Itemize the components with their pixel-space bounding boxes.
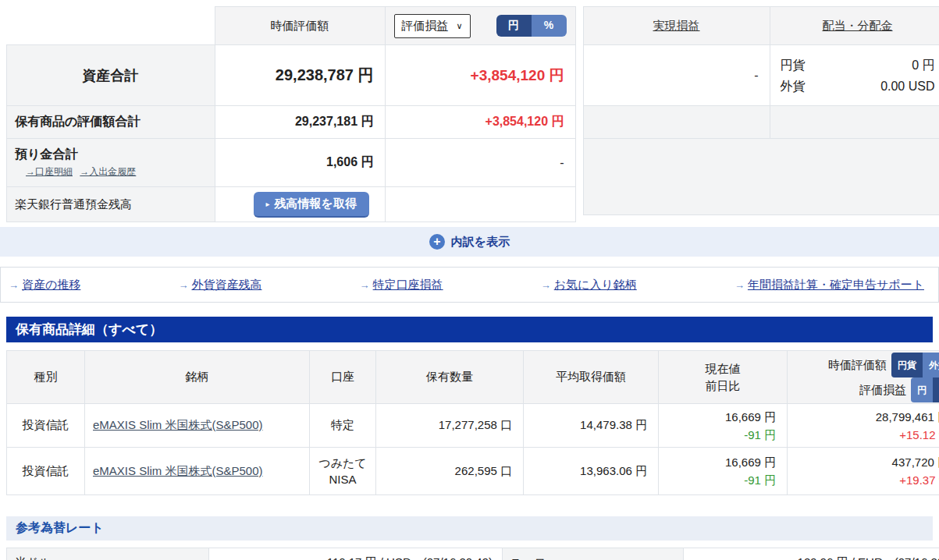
- row-market-value-cell: 437,720 円 +19.37 %: [788, 448, 939, 495]
- fx-rate-table: 米ドル 110.17 円 / USD (07/16 20:49) ユーロ 129…: [6, 548, 939, 560]
- market-value-header: 時価評価額: [215, 7, 385, 45]
- usd-rate-value: 110.17 円 / USD (07/16 20:49): [209, 548, 503, 560]
- bank-empty-cell: [385, 187, 575, 222]
- holdings-total-value: 29,237,181 円: [215, 106, 385, 139]
- dividend-fx-value: 0.00 USD: [880, 76, 934, 97]
- current-price-label: 現在値: [660, 360, 786, 377]
- nav-link-label: 資産の推移: [22, 278, 80, 292]
- fund-link[interactable]: eMAXIS Slim 米国株式(S&P500): [93, 418, 263, 431]
- col-header-quantity: 保有数量: [376, 351, 524, 404]
- get-balance-button[interactable]: ▸ 残高情報を取得: [254, 192, 369, 218]
- arrow-right-icon: →: [360, 279, 370, 291]
- nav-link-label: 特定口座損益: [373, 278, 443, 292]
- chevron-down-icon: ∨: [457, 21, 463, 31]
- row-avg-price: 14,479.38 円: [524, 404, 659, 448]
- eur-rate-value: 129.96 円 / EUR (07/16 20:50): [684, 548, 939, 560]
- bank-button-cell: ▸ 残高情報を取得: [215, 187, 385, 222]
- total-assets-label: 資産合計: [7, 45, 215, 106]
- usd-label: 米ドル: [7, 548, 209, 560]
- fund-link[interactable]: eMAXIS Slim 米国株式(S&P500): [93, 464, 263, 477]
- row-type: 投資信託: [7, 404, 85, 448]
- row-pl: +19.37 %: [788, 471, 939, 489]
- empty-gray-cell: [583, 106, 770, 139]
- fx-section-title: 参考為替レート: [6, 516, 933, 541]
- deposit-history-link[interactable]: →入出金履歴: [80, 166, 136, 177]
- summary-section: 時価評価額 評価損益 ∨ 円 % 資産合計 29,238,787 円 +3,85…: [0, 0, 939, 222]
- row-quantity: 262,595 口: [376, 448, 524, 495]
- realized-pl-link[interactable]: 実現損益: [653, 19, 700, 32]
- deposit-total-label: 預り金合計: [15, 147, 214, 163]
- col-header-avg-price: 平均取得価額: [524, 351, 659, 404]
- toggle-percent-button[interactable]: %: [532, 15, 567, 37]
- nav-link-specific-account-pl[interactable]: → 特定口座損益: [360, 278, 443, 292]
- deposit-total-value: 1,606 円: [215, 139, 385, 187]
- row-current-price: 16,669 円: [660, 453, 776, 471]
- arrow-right-icon: →: [734, 279, 745, 291]
- nav-link-label: お気に入り銘柄: [554, 278, 637, 292]
- row-pl: +15.12 %: [788, 426, 939, 444]
- col-header-market-value-pl: 時価評価額 円貨 外貨 評価損益 円 %: [788, 351, 939, 404]
- day-change-label: 前日比: [660, 377, 786, 395]
- deposit-total-pl: -: [385, 139, 575, 187]
- nav-link-favorites[interactable]: → お気に入り銘柄: [541, 278, 637, 292]
- total-assets-value: 29,238,787 円: [215, 45, 385, 106]
- account-detail-link[interactable]: →口座明細: [26, 166, 73, 177]
- col-header-account: 口座: [310, 351, 376, 404]
- dividend-link[interactable]: 配当・分配金: [823, 19, 893, 32]
- asset-summary-table: 時価評価額 評価損益 ∨ 円 % 資産合計 29,238,787 円 +3,85…: [6, 6, 576, 222]
- holdings-total-pl: +3,854,120 円: [385, 106, 575, 139]
- toggle-fx-button[interactable]: 外貨: [923, 353, 939, 377]
- row-account: つみたて NISA: [310, 448, 376, 495]
- empty-corner-cell: [7, 7, 215, 45]
- dividend-values-cell: 円貨 0 円 外貨 0.00 USD: [770, 45, 939, 106]
- row-current-price-cell: 16,669 円 -91 円: [659, 404, 788, 448]
- get-balance-button-label: 残高情報を取得: [275, 197, 357, 211]
- arrow-right-icon: →: [178, 279, 188, 291]
- realized-pl-value: -: [583, 45, 770, 106]
- nav-link-label: 外貨資産残高: [191, 278, 261, 292]
- row-quantity: 17,277,258 口: [376, 404, 524, 448]
- holdings-table: 種別 銘柄 口座 保有数量 平均取得価額 現在値 前日比 時価評価額 円貨 外貨…: [6, 350, 939, 495]
- nav-link-asset-history[interactable]: → 資産の推移: [9, 278, 80, 292]
- realized-pl-dividend-table: 実現損益 配当・分配金 - 円貨 0 円 外貨 0.00 USD: [583, 6, 939, 215]
- arrow-right-icon: →: [541, 279, 551, 291]
- plus-icon: +: [429, 234, 445, 250]
- holdings-section-title: 保有商品詳細（すべて）: [6, 317, 933, 342]
- dividend-jpy-value: 0 円: [912, 55, 934, 76]
- nav-link-foreign-assets[interactable]: → 外貨資産残高: [178, 278, 261, 292]
- dividend-header-cell: 配当・分配金: [770, 7, 939, 45]
- dividend-fx-label: 外貨: [781, 76, 806, 97]
- col-header-name: 銘柄: [85, 351, 310, 404]
- row-market-value-cell: 28,799,461 円 +15.12 %: [788, 404, 939, 448]
- col-header-current-price: 現在値 前日比: [659, 351, 788, 404]
- show-breakdown-label: 内訳を表示: [451, 235, 510, 250]
- caret-right-icon: ▸: [266, 200, 270, 208]
- eur-label: ユーロ: [503, 548, 684, 560]
- toggle-yen-button[interactable]: 円: [911, 377, 933, 402]
- holdings-row: 投資信託 eMAXIS Slim 米国株式(S&P500) つみたて NISA …: [7, 448, 939, 495]
- pl-type-select[interactable]: 評価損益 ∨: [394, 14, 471, 38]
- fund-name-cell: eMAXIS Slim 米国株式(S&P500): [85, 448, 310, 495]
- row-market-value: 28,799,461 円: [788, 408, 939, 426]
- pl-header-controls: 評価損益 ∨ 円 %: [385, 7, 575, 45]
- nav-link-label: 年間損益計算・確定申告サポート: [748, 278, 924, 292]
- realized-pl-header-cell: 実現損益: [583, 7, 770, 45]
- holdings-total-label: 保有商品の評価額合計: [7, 106, 215, 139]
- row-market-value: 437,720 円: [788, 453, 939, 471]
- toggle-percent-button[interactable]: %: [933, 377, 939, 402]
- col-header-type: 種別: [7, 351, 85, 404]
- nav-link-annual-pl-tax-support[interactable]: → 年間損益計算・確定申告サポート: [734, 278, 924, 292]
- row-type: 投資信託: [7, 448, 85, 495]
- empty-gray-cell: [770, 106, 939, 139]
- toggle-yen-button[interactable]: 円: [496, 15, 532, 37]
- bank-balance-label: 楽天銀行普通預金残高: [7, 187, 215, 222]
- market-value-label: 時価評価額: [828, 355, 887, 375]
- show-breakdown-button[interactable]: + 内訳を表示: [0, 227, 939, 257]
- dividend-jpy-label: 円貨: [781, 55, 806, 76]
- toggle-jpy-button[interactable]: 円貨: [891, 353, 923, 377]
- total-assets-pl: +3,854,120 円: [385, 45, 575, 106]
- deposit-total-cell: 預り金合計 →口座明細 →入出金履歴: [7, 139, 215, 187]
- row-day-change: -91 円: [660, 471, 776, 489]
- row-account-line1: つみたて: [311, 455, 375, 471]
- quick-links-bar: → 資産の推移 → 外貨資産残高 → 特定口座損益 → お気に入り銘柄 → 年間…: [0, 267, 939, 303]
